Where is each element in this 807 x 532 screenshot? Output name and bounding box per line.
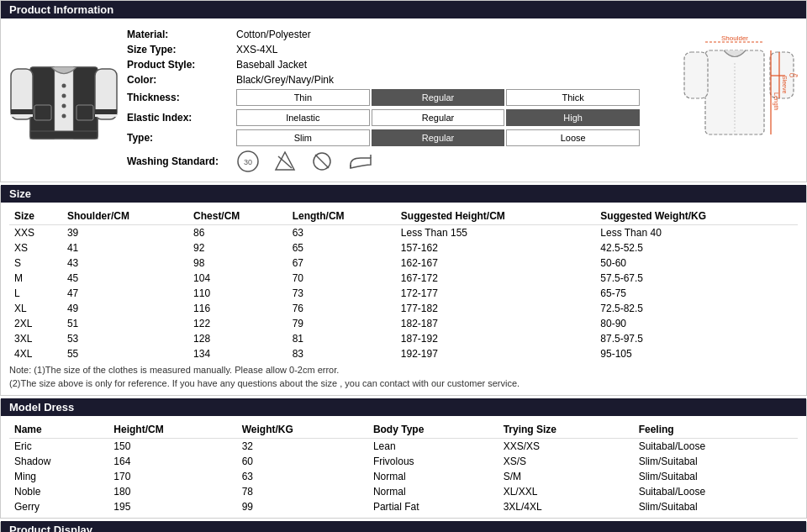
table-cell: 172-177: [396, 286, 596, 301]
table-cell: 47: [62, 286, 188, 301]
table-cell: S: [9, 255, 62, 271]
model-col-feeling: Feeling: [634, 421, 798, 439]
thickness-thin[interactable]: Thin: [236, 89, 370, 106]
table-cell: 95-105: [595, 346, 798, 361]
size-section: Size Size Shoulder/CM Chest/CM Length/CM…: [0, 186, 807, 396]
table-cell: 98: [188, 255, 287, 271]
model-table-header-row: Name Height/CM Weight/KG Body Type Tryin…: [9, 421, 798, 439]
col-weight: Suggested Weight/KG: [595, 208, 798, 225]
svg-point-14: [62, 114, 66, 119]
table-cell: 164: [108, 454, 236, 469]
table-cell: Partial Fat: [368, 499, 498, 514]
table-row: XS419265157-16242.5-52.5: [9, 240, 798, 255]
svg-rect-2: [72, 67, 98, 139]
table-row: XL4911676177-18272.5-82.5: [9, 301, 798, 316]
size-note2: (2)The size above is only for reference.…: [9, 378, 798, 388]
wash-icon-iron: [347, 150, 374, 173]
table-cell: 81: [287, 331, 396, 346]
table-cell: 41: [62, 240, 188, 255]
thickness-thick[interactable]: Thick: [506, 89, 640, 106]
material-label: Material:: [127, 29, 236, 40]
svg-line-22: [315, 155, 329, 168]
col-height: Suggested Height/CM: [396, 208, 596, 225]
svg-text:Sleeve: Sleeve: [782, 76, 788, 94]
material-value: Cotton/Polyester: [236, 29, 311, 40]
table-cell: 2XL: [9, 316, 62, 331]
svg-rect-1: [30, 67, 55, 139]
table-cell: 3XL/4XL: [498, 499, 634, 514]
model-col-height: Height/CM: [108, 421, 236, 439]
svg-rect-25: [684, 52, 708, 98]
table-row: Gerry19599Partial Fat3XL/4XLSlim/Suitaba…: [9, 499, 798, 514]
table-cell: 116: [188, 301, 287, 316]
color-row: Color: Black/Grey/Navy/Pink: [127, 74, 672, 86]
table-row: M4510470167-17257.5-67.5: [9, 271, 798, 286]
svg-text:Chest: Chest: [789, 72, 798, 78]
table-row: 4XL5513483192-19795-105: [9, 346, 798, 361]
table-row: 2XL5112279182-18780-90: [9, 316, 798, 331]
table-cell: 78: [237, 484, 368, 499]
elastic-label: Elastic Index:: [127, 112, 236, 124]
size-type-row: Size Type: XXS-4XL: [127, 44, 672, 55]
table-cell: Frivolous: [368, 454, 498, 469]
table-cell: 92: [188, 240, 287, 255]
table-cell: 76: [287, 301, 396, 316]
model-table: Name Height/CM Weight/KG Body Type Tryin…: [9, 421, 798, 514]
table-cell: M: [9, 271, 62, 286]
svg-rect-3: [55, 67, 73, 139]
size-type-value: XXS-4XL: [236, 44, 277, 55]
svg-rect-8: [95, 109, 117, 114]
table-cell: Slim/Suitabal: [634, 499, 798, 514]
table-cell: 39: [62, 225, 188, 241]
elastic-inelastic[interactable]: Inelastic: [236, 109, 370, 126]
material-row: Material: Cotton/Polyester: [127, 29, 672, 40]
type-loose[interactable]: Loose: [506, 129, 640, 146]
table-cell: Normal: [368, 484, 498, 499]
table-cell: 65-75: [595, 286, 798, 301]
table-cell: Ming: [9, 469, 108, 484]
washing-icons: 30: [236, 150, 374, 173]
table-cell: 177-182: [396, 301, 596, 316]
table-cell: 122: [188, 316, 287, 331]
product-style-row: Product Style: Baseball Jacket: [127, 59, 672, 71]
type-regular[interactable]: Regular: [372, 129, 505, 146]
table-cell: 55: [62, 346, 188, 361]
table-cell: 67: [287, 255, 396, 271]
svg-text:30: 30: [244, 158, 252, 166]
elastic-high[interactable]: High: [506, 109, 640, 126]
table-cell: 104: [188, 271, 287, 286]
svg-point-11: [62, 84, 66, 88]
svg-text:Length: Length: [773, 92, 779, 111]
color-label: Color:: [127, 74, 236, 86]
table-cell: 195: [108, 499, 236, 514]
table-cell: 70: [287, 271, 396, 286]
table-cell: 162-167: [396, 255, 596, 271]
size-header: Size: [1, 185, 806, 203]
table-cell: 50-60: [595, 255, 798, 271]
product-details: Material: Cotton/Polyester Size Type: XX…: [127, 25, 672, 176]
table-cell: 167-172: [396, 271, 596, 286]
model-header: Model Dress: [1, 398, 806, 416]
type-slim[interactable]: Slim: [236, 129, 370, 146]
table-cell: 99: [237, 499, 368, 514]
table-cell: Noble: [9, 484, 108, 499]
table-cell: Gerry: [9, 499, 108, 514]
table-row: Noble18078NormalXL/XXLSuitabal/Loose: [9, 484, 798, 499]
svg-point-13: [62, 104, 66, 108]
table-cell: 86: [188, 225, 287, 241]
table-row: 3XL5312881187-19287.5-97.5: [9, 331, 798, 346]
model-col-weight: Weight/KG: [237, 421, 368, 439]
table-cell: 150: [108, 439, 236, 455]
table-cell: 128: [188, 331, 287, 346]
table-cell: XXS/XS: [498, 439, 634, 455]
svg-rect-6: [11, 109, 33, 114]
table-cell: 73: [287, 286, 396, 301]
elastic-regular[interactable]: Regular: [372, 109, 505, 126]
washing-label: Washing Standard:: [127, 155, 236, 167]
table-cell: 51: [62, 316, 188, 331]
table-row: S439867162-16750-60: [9, 255, 798, 271]
thickness-regular[interactable]: Regular: [372, 89, 505, 106]
table-cell: 180: [108, 484, 236, 499]
table-cell: Suitabal/Loose: [634, 484, 798, 499]
table-cell: 57.5-67.5: [595, 271, 798, 286]
